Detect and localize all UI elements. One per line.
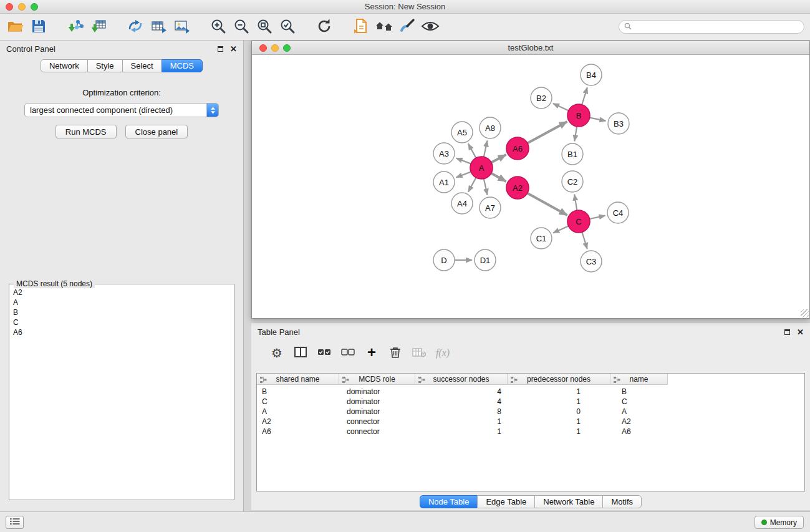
network-edge[interactable] xyxy=(589,216,605,220)
delete-table-button[interactable] xyxy=(407,343,431,363)
save-session-button[interactable] xyxy=(27,16,50,39)
network-edge[interactable] xyxy=(527,193,567,215)
network-node-D1[interactable]: D1 xyxy=(475,249,496,271)
show-graphics-details-button[interactable] xyxy=(418,16,441,39)
network-edge[interactable] xyxy=(484,178,488,195)
close-window-button[interactable] xyxy=(6,3,13,11)
show-columns-button[interactable] xyxy=(289,343,312,363)
delete-column-button[interactable] xyxy=(383,343,407,363)
network-edge[interactable] xyxy=(468,177,476,192)
network-node-C[interactable]: C xyxy=(567,210,590,233)
zoom-window-button[interactable] xyxy=(31,3,38,11)
zoom-network-button[interactable] xyxy=(283,44,291,52)
network-node-A3[interactable]: A3 xyxy=(433,143,455,164)
result-item[interactable]: B xyxy=(13,307,230,317)
import-network-button[interactable] xyxy=(64,16,87,39)
network-edge[interactable] xyxy=(491,173,506,181)
export-table-button[interactable] xyxy=(147,16,170,39)
network-edge[interactable] xyxy=(456,172,472,177)
network-edge[interactable] xyxy=(589,117,606,120)
close-panel-button[interactable]: Close panel xyxy=(125,125,188,138)
zoom-out-button[interactable] xyxy=(229,16,253,39)
network-view[interactable]: B4B2BB3A5A8A6A3B1AA1C2A2A4A7C4CC1C3DD1 xyxy=(252,55,809,318)
open-document-button[interactable] xyxy=(349,16,372,39)
network-node-C3[interactable]: C3 xyxy=(581,251,602,272)
result-item[interactable]: A xyxy=(13,297,230,307)
tab-mcds[interactable]: MCDS xyxy=(162,59,203,72)
tab-edge-table[interactable]: Edge Table xyxy=(477,495,535,508)
search-box[interactable] xyxy=(619,20,804,34)
memory-button[interactable]: Memory xyxy=(755,516,804,529)
result-item[interactable]: A6 xyxy=(13,327,230,337)
style-brush-button[interactable] xyxy=(395,16,418,39)
result-item[interactable]: A2 xyxy=(13,288,230,297)
float-panel-icon[interactable] xyxy=(218,46,223,52)
tab-motifs[interactable]: Motifs xyxy=(602,495,642,508)
network-node-A1[interactable]: A1 xyxy=(433,172,455,193)
network-node-A8[interactable]: A8 xyxy=(480,117,501,138)
network-edge[interactable] xyxy=(582,231,587,249)
close-table-panel-icon[interactable]: ✕ xyxy=(797,328,804,336)
table-row[interactable]: A2connector11A2 xyxy=(257,417,804,427)
run-mcds-button[interactable]: Run MCDS xyxy=(55,125,117,138)
network-edge[interactable] xyxy=(468,143,476,158)
zoom-selected-button[interactable] xyxy=(276,16,299,39)
network-node-B[interactable]: B xyxy=(567,104,590,127)
function-builder-button[interactable]: f(x) xyxy=(431,343,455,363)
add-column-button[interactable]: + xyxy=(360,343,383,363)
network-node-A6[interactable]: A6 xyxy=(506,137,529,160)
network-node-A7[interactable]: A7 xyxy=(480,197,501,218)
network-edge[interactable] xyxy=(484,141,488,158)
window-resize-handle[interactable] xyxy=(801,309,809,317)
minimize-network-button[interactable] xyxy=(271,44,279,52)
network-edge[interactable] xyxy=(553,104,569,111)
network-node-A4[interactable]: A4 xyxy=(451,193,473,214)
table-row[interactable]: A6connector11A6 xyxy=(257,427,804,437)
open-session-button[interactable] xyxy=(4,16,27,39)
zoom-in-button[interactable] xyxy=(206,16,229,39)
network-node-B3[interactable]: B3 xyxy=(608,113,629,134)
column-header-successor-nodes[interactable]: successor nodes xyxy=(415,374,508,385)
tab-select[interactable]: Select xyxy=(122,59,162,72)
deselect-all-button[interactable] xyxy=(336,343,360,363)
column-header-shared-name[interactable]: shared name xyxy=(257,374,339,385)
network-edge[interactable] xyxy=(574,195,577,211)
network-node-C1[interactable]: C1 xyxy=(531,228,552,249)
network-node-B1[interactable]: B1 xyxy=(562,143,583,165)
task-history-button[interactable] xyxy=(6,516,24,529)
network-node-A2[interactable]: A2 xyxy=(506,177,529,199)
network-canvas[interactable]: B4B2BB3A5A8A6A3B1AA1C2A2A4A7C4CC1C3DD1 xyxy=(252,55,809,318)
close-panel-icon[interactable]: ✕ xyxy=(230,45,237,53)
table-settings-button[interactable]: ⚙ xyxy=(265,343,289,363)
import-table-button[interactable] xyxy=(87,16,110,39)
tab-network-table[interactable]: Network Table xyxy=(534,495,603,508)
table-row[interactable]: Cdominator41C xyxy=(257,397,804,407)
column-header-predecessor-nodes[interactable]: predecessor nodes xyxy=(508,374,610,385)
close-network-button[interactable] xyxy=(259,44,267,52)
column-header-name[interactable]: name xyxy=(610,374,668,385)
network-edge[interactable] xyxy=(456,158,472,164)
search-input[interactable] xyxy=(635,22,799,31)
apply-layout-button[interactable] xyxy=(312,16,335,39)
network-node-D[interactable]: D xyxy=(433,249,455,271)
export-image-button[interactable] xyxy=(170,16,193,39)
float-table-panel-icon[interactable] xyxy=(784,329,790,335)
zoom-fit-button[interactable] xyxy=(253,16,276,39)
network-edge[interactable] xyxy=(527,122,567,143)
network-node-A5[interactable]: A5 xyxy=(451,122,473,143)
criterion-dropdown[interactable]: largest connected component (directed) xyxy=(24,103,219,117)
table-row[interactable]: Adominator80A xyxy=(257,407,804,417)
table-row[interactable]: Bdominator41B xyxy=(257,387,804,397)
home-button[interactable] xyxy=(372,16,395,39)
network-edge[interactable] xyxy=(553,226,569,233)
network-node-B4[interactable]: B4 xyxy=(581,64,602,85)
network-edge[interactable] xyxy=(574,126,577,142)
result-item[interactable]: C xyxy=(13,317,230,327)
tab-style[interactable]: Style xyxy=(87,59,123,72)
network-window-titlebar[interactable]: testGlobe.txt xyxy=(252,41,809,55)
network-node-B2[interactable]: B2 xyxy=(531,87,552,109)
export-network-button[interactable] xyxy=(123,16,147,39)
network-node-C4[interactable]: C4 xyxy=(607,202,629,223)
network-edge[interactable] xyxy=(491,155,506,163)
column-header-mcds-role[interactable]: MCDS role xyxy=(339,374,415,385)
